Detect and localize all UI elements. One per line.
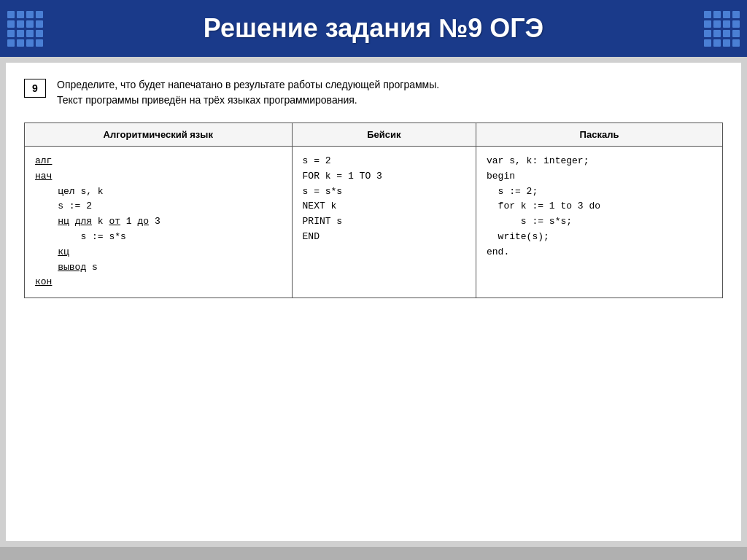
col3-header: Паскаль xyxy=(476,123,723,147)
task-desc-line2: Текст программы приведён на трёх языках … xyxy=(57,94,357,106)
code-table: Алгоритмический язык Бейсик Паскаль алг … xyxy=(24,122,723,298)
dot-grid-left xyxy=(7,11,43,47)
task-description: Определите, что будет напечатано в резул… xyxy=(57,77,439,108)
table-header-row: Алгоритмический язык Бейсик Паскаль xyxy=(25,123,723,147)
task-header: 9 Определите, что будет напечатано в рез… xyxy=(24,77,723,108)
col3-code: var s, k: integer; begin s := 2; for k :… xyxy=(476,147,723,298)
footer-bar xyxy=(0,547,747,560)
header-decoration-left xyxy=(7,0,43,57)
header: Решение задания №9 ОГЭ xyxy=(0,0,747,57)
col2-code: s = 2 FOR k = 1 TO 3 s = s*s NEXT k PRIN… xyxy=(292,147,476,298)
dot-grid-right xyxy=(704,11,740,47)
header-decoration-right xyxy=(704,0,740,57)
page-title: Решение задания №9 ОГЭ xyxy=(204,13,543,44)
task-number: 9 xyxy=(24,79,46,98)
page-wrapper: Решение задания №9 ОГЭ 9 Определите, что… xyxy=(0,0,747,560)
col1-header: Алгоритмический язык xyxy=(25,123,293,147)
task-desc-line1: Определите, что будет напечатано в резул… xyxy=(57,79,439,90)
col2-header: Бейсик xyxy=(292,123,476,147)
col1-code: алг нач цел s, k s := 2 нц для k от 1 до… xyxy=(25,147,293,298)
content-area: 9 Определите, что будет напечатано в рез… xyxy=(6,63,741,541)
table-code-row: алг нач цел s, k s := 2 нц для k от 1 до… xyxy=(25,147,723,298)
